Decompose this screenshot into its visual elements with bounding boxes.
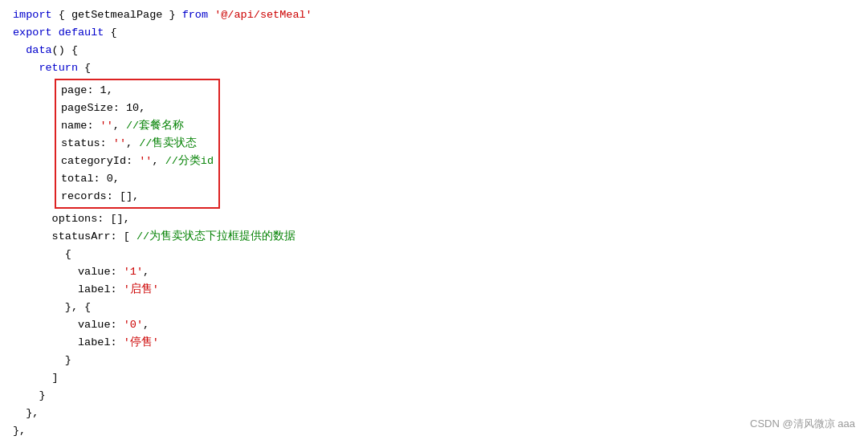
code-line-2: export default { [13,24,855,42]
code-line-1: import { getSetmealPage } from '@/api/se… [13,6,855,24]
code-line-21: ] [13,369,855,387]
code-line-16: label: '启售' [13,281,855,299]
code-line-14: { [13,246,855,263]
code-line-11: records: [], [61,188,214,206]
code-line-17: }, { [13,299,855,316]
code-line-20: } [13,352,855,369]
code-line-4: return { [13,59,855,77]
code-line-7: name: '' , //套餐名称 [61,117,214,135]
code-line-22: } [13,387,855,405]
highlighted-block: page: 1, pageSize: 10, name: '' , //套餐名称… [55,79,220,209]
code-line-15: value: '1' , [13,263,855,281]
code-line-24: }, [13,422,855,440]
code-line-8: status: '' , //售卖状态 [61,135,214,153]
keyword-import: import [13,6,52,24]
screenshot-container: import { getSetmealPage } from '@/api/se… [0,0,868,444]
code-line-5: page: 1, [61,82,214,100]
code-line-10: total: 0, [61,170,214,188]
code-line-13: statusArr: [ //为售卖状态下拉框提供的数据 [13,228,855,246]
code-line-9: categoryId: '' , //分类id [61,153,214,170]
watermark: CSDN @清风微凉 aaa [750,417,855,431]
code-line-23: }, [13,405,855,422]
code-line-19: label: '停售' [13,334,855,352]
code-line-18: value: '0' , [13,316,855,334]
code-line-3: data () { [13,42,855,59]
code-line-12: options: [], [13,210,855,228]
code-line-6: pageSize: 10, [61,100,214,117]
code-area: import { getSetmealPage } from '@/api/se… [0,0,868,444]
